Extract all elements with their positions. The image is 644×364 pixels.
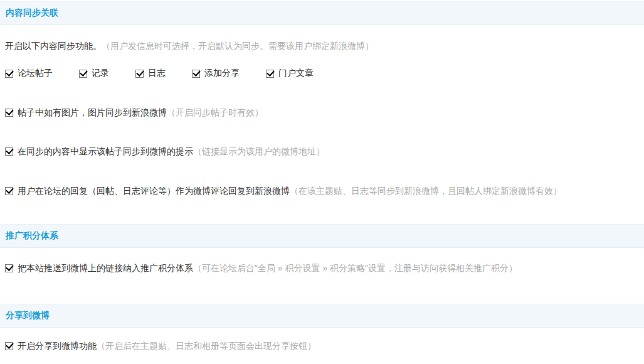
section-title: 内容同步关联 <box>6 8 58 19</box>
checkbox-portal-articles[interactable] <box>266 70 274 78</box>
checkbox-label: 日志 <box>148 68 166 79</box>
section-title: 推广积分体系 <box>6 230 58 242</box>
intro-text: 开启以下内容同步功能。 <box>5 41 102 51</box>
checkbox-share-to-weibo[interactable] <box>5 342 13 350</box>
checkbox-label: 门户文章 <box>278 68 314 79</box>
option-hint: （开启后在主题贴、日志和相册等页面会出现分享按钮） <box>97 341 316 351</box>
option-row-sync-notice: 在同步的内容中显示该帖子同步到微博的提示（链接显示为该用户的微博地址） <box>5 146 639 157</box>
checkbox-reply-as-comment[interactable] <box>5 187 13 195</box>
option-row-image-sync: 帖子中如有图片，图片同步到新浪微博（开启同步帖子时有效） <box>5 107 639 118</box>
checkbox-item-blogs[interactable]: 日志 <box>135 68 166 79</box>
option-label: 帖子中如有图片，图片同步到新浪微博（开启同步帖子时有效） <box>18 107 263 118</box>
checkbox-item-forum-posts[interactable]: 论坛帖子 <box>5 68 53 79</box>
option-hint: （可在论坛后台"全局 » 积分设置 » 积分策略"设置，注册与访问获得相关推广积… <box>193 263 517 273</box>
intro-hint: （用户发信息时可选择，开启默认为同步。需要该用户绑定新浪微博） <box>102 41 374 51</box>
option-row-share-to-weibo: 开启分享到微博功能（开启后在主题贴、日志和相册等页面会出现分享按钮） <box>5 341 639 351</box>
checkbox-forum-posts[interactable] <box>5 70 13 78</box>
checkbox-promotion-credits[interactable] <box>5 264 13 272</box>
option-hint: （在该主题贴、日志等同步到新浪微博，且回帖人绑定新浪微博有效） <box>290 186 562 196</box>
option-label: 开启分享到微博功能（开启后在主题贴、日志和相册等页面会出现分享按钮） <box>18 341 316 351</box>
checkbox-blogs[interactable] <box>135 70 144 78</box>
checkbox-item-portal-articles[interactable]: 门户文章 <box>266 68 314 79</box>
checkbox-sync-notice[interactable] <box>5 147 13 156</box>
checkbox-label: 论坛帖子 <box>18 68 53 79</box>
section-title: 分享到微博 <box>6 310 50 321</box>
section-header-promotion-credits: 推广积分体系 <box>0 224 644 248</box>
section-header-share-to-weibo: 分享到微博 <box>0 304 644 328</box>
option-label: 在同步的内容中显示该帖子同步到微博的提示（链接显示为该用户的微博地址） <box>18 146 325 157</box>
intro-line: 开启以下内容同步功能。（用户发信息时可选择，开启默认为同步。需要该用户绑定新浪微… <box>5 41 639 51</box>
option-row-promotion-credits: 把本站推送到微博上的链接纳入推广积分体系（可在论坛后台"全局 » 积分设置 » … <box>5 263 639 274</box>
checkbox-records[interactable] <box>79 70 87 78</box>
option-label: 用户在论坛的回复（回帖、日志评论等）作为微博评论回复到新浪微博（在该主题贴、日志… <box>18 186 562 196</box>
checkbox-image-sync[interactable] <box>5 109 13 117</box>
section-header-content-sync: 内容同步关联 <box>0 1 644 25</box>
sync-type-checkbox-row: 论坛帖子 记录 日志 添加分享 门户文章 <box>5 68 639 79</box>
checkbox-label: 记录 <box>92 68 109 79</box>
option-hint: （开启同步帖子时有效） <box>167 107 263 117</box>
checkbox-add-share[interactable] <box>192 70 200 78</box>
option-label: 把本站推送到微博上的链接纳入推广积分体系（可在论坛后台"全局 » 积分设置 » … <box>18 263 517 274</box>
checkbox-item-add-share[interactable]: 添加分享 <box>192 68 240 79</box>
option-row-reply-as-comment: 用户在论坛的回复（回帖、日志评论等）作为微博评论回复到新浪微博（在该主题贴、日志… <box>5 186 639 196</box>
option-hint: （链接显示为该用户的微博地址） <box>193 146 325 156</box>
checkbox-label: 添加分享 <box>204 68 240 79</box>
checkbox-item-records[interactable]: 记录 <box>79 68 109 79</box>
